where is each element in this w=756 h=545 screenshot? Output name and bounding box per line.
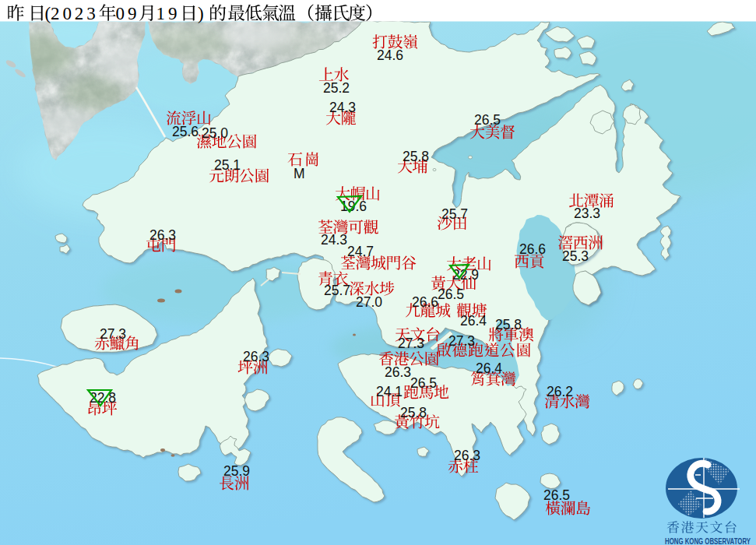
svg-text:26.5: 26.5 [543, 487, 570, 503]
svg-text:26.2: 26.2 [547, 384, 573, 399]
svg-text:26.3: 26.3 [385, 364, 411, 380]
svg-text:25.8: 25.8 [403, 149, 429, 164]
svg-text:M: M [294, 166, 305, 181]
svg-text:25.8: 25.8 [400, 405, 427, 420]
svg-text:25.8: 25.8 [495, 317, 522, 332]
svg-text:26.5: 26.5 [410, 375, 437, 391]
svg-text:25.7: 25.7 [324, 283, 350, 298]
svg-text:HONG KONG OBSERVATORY: HONG KONG OBSERVATORY [665, 536, 751, 545]
svg-text:26.4: 26.4 [460, 313, 487, 329]
svg-text:24.7: 24.7 [347, 244, 374, 259]
svg-text:26.3: 26.3 [149, 227, 176, 243]
svg-text:09: 09 [116, 4, 140, 23]
svg-text:24.6: 24.6 [377, 47, 403, 63]
svg-text:25.9: 25.9 [223, 463, 250, 479]
svg-text:2023: 2023 [51, 4, 99, 23]
svg-text:23.3: 23.3 [574, 206, 600, 221]
svg-text:24.3: 24.3 [321, 232, 347, 248]
svg-text:): ) [198, 4, 204, 23]
svg-text:26.4: 26.4 [476, 360, 502, 376]
svg-text:25.6: 25.6 [172, 124, 199, 139]
svg-text:26.5: 26.5 [474, 112, 501, 128]
svg-text:25.2: 25.2 [323, 80, 350, 96]
svg-text:25.1: 25.1 [214, 157, 241, 173]
svg-text:27.3: 27.3 [398, 336, 424, 351]
svg-text:19: 19 [156, 4, 181, 23]
svg-text:26.3: 26.3 [243, 349, 269, 364]
svg-text:25.3: 25.3 [562, 248, 589, 264]
svg-text:26.5: 26.5 [438, 287, 464, 302]
svg-text:27.3: 27.3 [100, 326, 126, 342]
svg-text:26.3: 26.3 [454, 448, 480, 463]
svg-text:27.0: 27.0 [356, 294, 382, 310]
svg-text:25.0: 25.0 [202, 125, 228, 141]
svg-text:27.3: 27.3 [448, 333, 475, 349]
svg-text:24.1: 24.1 [376, 384, 403, 399]
svg-text:24.3: 24.3 [329, 100, 356, 115]
svg-text:26.6: 26.6 [519, 241, 546, 257]
svg-text:25.7: 25.7 [441, 206, 468, 222]
svg-text:26.6: 26.6 [412, 294, 438, 310]
